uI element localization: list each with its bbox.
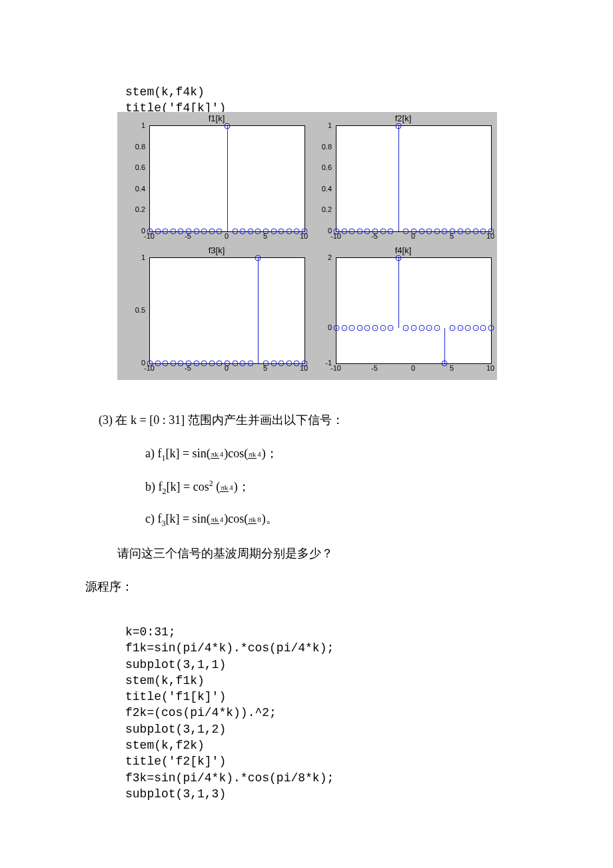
subplot-f1: f1[k] 00.20.40.60.81-10-50510 xyxy=(127,125,306,240)
subplot-f3: f3[k] 00.51-10-50510 xyxy=(127,257,306,372)
formula-text: b) f xyxy=(145,480,163,493)
chart-title: f3[k] xyxy=(127,245,306,255)
frac-top: πk xyxy=(248,450,257,459)
document-page: stem(k,f4k) title('f4[k]') f1[k] 00.20.4… xyxy=(0,0,613,868)
section-suffix: 范围内产生并画出以下信号： xyxy=(185,413,344,427)
formula-text: cos xyxy=(228,512,244,525)
section-3-heading: (3) 在 k = [0 : 31] 范围内产生并画出以下信号： xyxy=(99,412,344,428)
formula-c: c) f3[k] = sin(πk4)cos(πk8)。 xyxy=(145,511,278,529)
source-code-label: 源程序： xyxy=(85,579,133,595)
section-k-range: k = [0 : 31] xyxy=(131,413,185,427)
subplot-f2: f2[k] 00.20.40.60.81-10-50510 xyxy=(313,125,493,240)
frac-bot: 4 xyxy=(229,483,234,491)
frac-bot: 8 xyxy=(257,515,262,523)
formula-text: [k] = sin xyxy=(165,447,206,460)
formula-b: b) f2[k] = cos2 (πk4)； xyxy=(145,479,250,497)
punct: ； xyxy=(266,447,278,460)
formula-text: [k] = cos xyxy=(167,480,209,493)
formula-text: c) f xyxy=(145,512,161,525)
chart-axes xyxy=(336,257,492,364)
section-prefix: (3) 在 xyxy=(99,413,131,427)
frac-top: πk xyxy=(211,515,219,524)
frac-top: πk xyxy=(220,483,229,492)
formula-text: [k] = sin xyxy=(165,512,206,525)
code-block-bottom: k=0:31; f1k=sin(pi/4*k).*cos(pi/4*k); su… xyxy=(125,624,334,802)
subplot-f4: f4[k] -102-10-50510 xyxy=(313,257,493,372)
chart-title: f2[k] xyxy=(313,113,493,123)
chart-axes xyxy=(149,125,305,232)
question-text: 请问这三个信号的基波周期分别是多少？ xyxy=(117,545,333,561)
frac-top: πk xyxy=(211,450,219,459)
figure-2x2: f1[k] 00.20.40.60.81-10-50510 f2[k] 00.2… xyxy=(117,112,497,380)
punct: ； xyxy=(238,480,250,493)
formula-text: a) f xyxy=(145,447,161,460)
formula-text: cos xyxy=(228,447,244,460)
chart-axes xyxy=(336,125,492,232)
frac-top: πk xyxy=(248,515,257,524)
chart-title: f1[k] xyxy=(127,113,306,123)
punct: 。 xyxy=(266,512,278,525)
chart-axes xyxy=(149,257,305,364)
chart-title: f4[k] xyxy=(313,245,493,255)
frac-bot: 4 xyxy=(257,450,262,458)
formula-a: a) f1[k] = sin(πk4)cos(πk4)； xyxy=(145,445,278,463)
